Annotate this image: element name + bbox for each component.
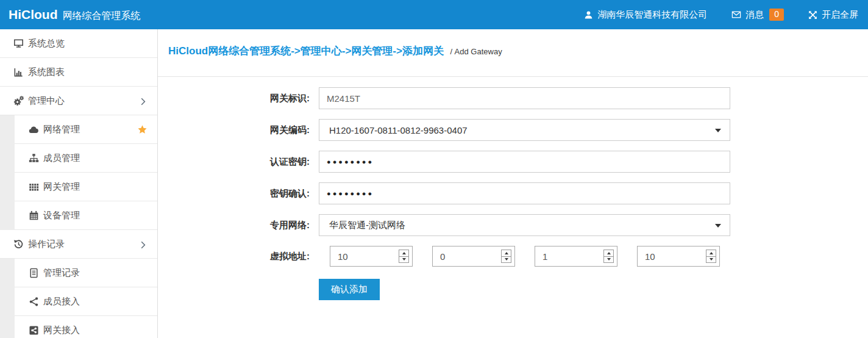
step-down-button[interactable] <box>604 257 613 263</box>
step-down-button[interactable] <box>706 257 716 263</box>
main-content: HiCloud网络综合管理系统->管理中心->网关管理->添加网关 / Add … <box>158 29 868 338</box>
cloud-icon <box>28 125 39 135</box>
gateway-id-field[interactable] <box>319 87 730 109</box>
form-row-auth-key: 认证密钥: <box>168 151 868 173</box>
octet-1-field[interactable] <box>330 246 391 266</box>
messages-label: 消息 <box>745 9 764 21</box>
stepper-control[interactable] <box>399 250 409 263</box>
virtual-address-group <box>330 246 739 267</box>
document-icon <box>28 268 39 278</box>
fullscreen-toggle[interactable]: 开启全屏 <box>808 9 858 21</box>
step-up-button[interactable] <box>604 250 613 257</box>
messages-badge: 0 <box>769 9 784 21</box>
key-confirm-field[interactable] <box>319 182 730 204</box>
page-header: HiCloud网络综合管理系统->管理中心->网关管理->添加网关 / Add … <box>158 29 868 77</box>
triangle-down-icon <box>402 258 406 261</box>
share-square-icon <box>28 325 39 336</box>
private-network-value: 华辰智通-测试网络 <box>329 220 405 231</box>
fullscreen-label: 开启全屏 <box>822 9 858 21</box>
sidebar-item-label: 网关接入 <box>43 325 80 336</box>
triangle-up-icon <box>505 252 508 254</box>
confirm-add-button[interactable]: 确认添加 <box>319 279 380 300</box>
sidebar-item-gateway-access[interactable]: 网关接入 <box>0 316 157 338</box>
octet-4-field[interactable] <box>638 246 699 266</box>
octet-2-field[interactable] <box>433 246 494 266</box>
sidebar-item-network-management[interactable]: 网络管理 <box>0 115 157 144</box>
company-menu[interactable]: 湖南华辰智通科技有限公司 <box>584 9 707 21</box>
gateway-code-value: H120-1607-0811-0812-9963-0407 <box>329 125 468 135</box>
sidebar-item-system-charts[interactable]: 系统图表 <box>0 58 157 87</box>
key-confirm-label: 密钥确认: <box>168 188 310 200</box>
chevron-right-icon <box>141 240 146 251</box>
sidebar-item-system-overview[interactable]: 系统总览 <box>0 29 157 58</box>
auth-key-field[interactable] <box>319 151 730 173</box>
navbar-right: 湖南华辰智通科技有限公司 消息 0 开启全屏 <box>584 9 858 21</box>
private-network-select[interactable]: 华辰智通-测试网络 <box>319 214 730 236</box>
sidebar: 系统总览 系统图表 管理中心 网络管理 <box>0 29 158 338</box>
expand-icon <box>808 10 817 20</box>
virtual-address-label: 虚拟地址: <box>168 251 310 262</box>
virtual-address-octet-3 <box>535 246 617 267</box>
private-network-label: 专用网络: <box>168 220 310 231</box>
triangle-down-icon <box>710 258 713 261</box>
virtual-address-octet-4 <box>637 246 720 267</box>
stepper-control[interactable] <box>603 250 614 263</box>
sidebar-item-gateway-management[interactable]: 网关管理 <box>0 173 157 201</box>
envelope-icon <box>731 10 741 20</box>
triangle-up-icon <box>710 252 713 254</box>
sidebar-item-label: 系统图表 <box>28 67 65 78</box>
auth-key-label: 认证密钥: <box>168 156 310 168</box>
octet-3-field[interactable] <box>535 246 596 266</box>
gateway-id-label: 网关标识: <box>168 93 310 104</box>
stepper-control[interactable] <box>501 250 511 263</box>
virtual-address-octet-2 <box>432 246 515 267</box>
user-icon <box>584 10 593 20</box>
messages-menu[interactable]: 消息 0 <box>731 9 784 21</box>
app-brand[interactable]: HiCloud 网络综合管理系统 <box>9 7 140 23</box>
sidebar-item-device-management[interactable]: 设备管理 <box>0 201 157 230</box>
star-icon[interactable] <box>137 124 148 137</box>
breadcrumb-suffix: / Add Gateway <box>450 47 502 56</box>
form-row-gateway-code: 网关编码: H120-1607-0811-0812-9963-0407 <box>168 119 868 141</box>
sidebar-item-admin-records[interactable]: 管理记录 <box>0 259 157 287</box>
brand-name: HiCloud <box>9 7 57 22</box>
form-row-gateway-id: 网关标识: <box>168 87 868 109</box>
sidebar-item-label: 操作记录 <box>28 239 65 250</box>
desktop-icon <box>13 38 24 49</box>
sidebar-item-label: 系统总览 <box>28 38 65 49</box>
gateway-code-label: 网关编码: <box>168 124 310 136</box>
grid-icon <box>28 182 39 192</box>
brand-subtitle: 网络综合管理系统 <box>62 10 140 23</box>
stepper-control[interactable] <box>706 250 716 263</box>
form-row-private-network: 专用网络: 华辰智通-测试网络 <box>168 214 868 236</box>
breadcrumb: HiCloud网络综合管理系统->管理中心->网关管理->添加网关 <box>168 45 444 57</box>
share-icon <box>28 297 39 307</box>
step-up-button[interactable] <box>706 250 716 257</box>
gears-icon <box>13 96 24 106</box>
step-down-button[interactable] <box>502 257 511 263</box>
triangle-down-icon <box>505 258 508 261</box>
virtual-address-octet-1 <box>330 246 413 267</box>
triangle-down-icon <box>607 258 611 261</box>
bar-chart-icon <box>13 67 24 77</box>
triangle-up-icon <box>607 252 611 254</box>
sidebar-item-label: 成员接入 <box>43 296 80 307</box>
sidebar-item-label: 成员管理 <box>43 153 80 164</box>
add-gateway-form: 网关标识: 网关编码: H120-1607-0811-0812-9963-040… <box>158 77 868 300</box>
calendar-icon <box>28 210 39 221</box>
sidebar-item-operation-records[interactable]: 操作记录 <box>0 230 157 259</box>
sidebar-item-member-access[interactable]: 成员接入 <box>0 287 157 316</box>
step-up-button[interactable] <box>502 250 511 257</box>
caret-down-icon <box>715 224 721 228</box>
step-down-button[interactable] <box>399 257 408 263</box>
sidebar-item-admin-center[interactable]: 管理中心 <box>0 87 157 115</box>
sidebar-item-label: 管理中心 <box>28 95 65 107</box>
sidebar-item-member-management[interactable]: 成员管理 <box>0 144 157 173</box>
top-navbar: HiCloud 网络综合管理系统 湖南华辰智通科技有限公司 消息 0 开启全屏 <box>0 0 868 29</box>
gateway-code-select[interactable]: H120-1607-0811-0812-9963-0407 <box>319 119 730 141</box>
company-name: 湖南华辰智通科技有限公司 <box>597 9 707 21</box>
step-up-button[interactable] <box>399 250 408 257</box>
caret-down-icon <box>715 129 721 132</box>
form-row-key-confirm: 密钥确认: <box>168 182 868 204</box>
chevron-right-icon <box>141 97 146 107</box>
